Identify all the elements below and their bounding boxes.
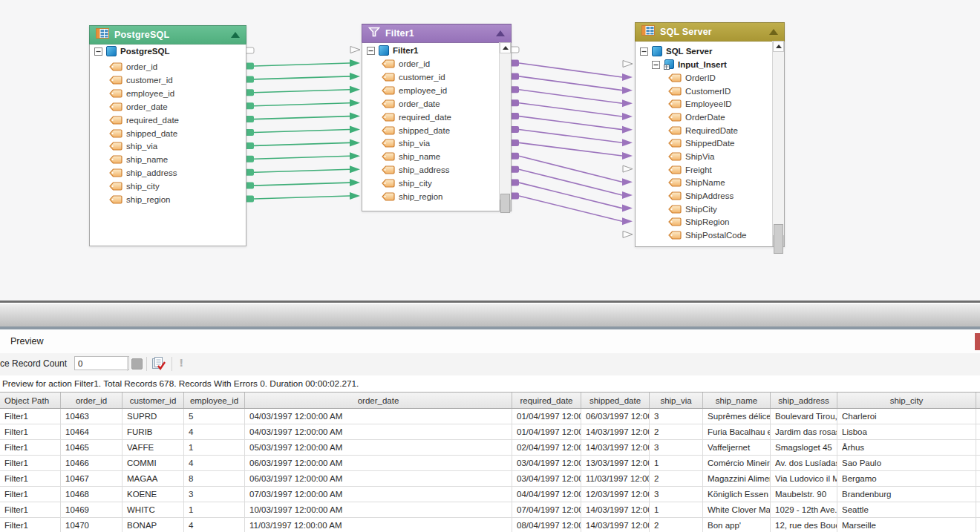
field-employee_id[interactable]: employee_id [382, 84, 447, 97]
port-in-ship_city[interactable] [350, 179, 360, 186]
record-count-input[interactable] [74, 356, 129, 370]
table-row[interactable]: Filter110467MAGAA806/03/1997 12:00:00 AM… [0, 471, 980, 487]
node-scrollbar[interactable] [499, 42, 511, 211]
field-ship_city[interactable]: ship_city [382, 177, 432, 190]
field-ship_name[interactable]: ship_name [109, 153, 168, 166]
stop-icon[interactable] [131, 358, 143, 370]
port-unmapped-ShipPostalCode[interactable] [623, 231, 633, 237]
column-header-ship_address[interactable]: ship_address [771, 393, 837, 408]
scrollbar-thumb[interactable] [774, 224, 783, 254]
collapse-node-icon[interactable] [769, 29, 778, 35]
tree-subroot-input-insert[interactable]: Input_Insert [652, 58, 727, 71]
preview-data-grid[interactable]: Object Pathorder_idcustomer_idemployee_i… [0, 392, 980, 532]
field-ShipCity[interactable]: ShipCity [668, 203, 717, 216]
table-row[interactable]: Filter110469WHITC110/03/1997 12:00:00 AM… [0, 502, 980, 518]
scroll-up-button[interactable] [500, 42, 511, 53]
port-in-employee_id[interactable] [350, 86, 360, 93]
field-order_date[interactable]: order_date [109, 100, 168, 114]
table-row[interactable]: Filter110465VAFFE105/03/1997 12:00:00 AM… [0, 440, 980, 456]
port-in-shipped_date[interactable] [350, 126, 360, 134]
field-ShipRegion[interactable]: ShipRegion [668, 215, 729, 229]
field-employee_id[interactable]: employee_id [109, 87, 174, 100]
port-filter-root-in[interactable] [350, 47, 360, 53]
column-header-employee_id[interactable]: employee_id [184, 393, 245, 408]
port-unmapped-Freight[interactable] [623, 165, 633, 172]
column-header-ship_name[interactable]: ship_name [703, 393, 771, 408]
field-RequiredDate[interactable]: RequiredDate [668, 124, 738, 137]
field-ShipPostalCode[interactable]: ShipPostalCode [668, 229, 746, 242]
node-filter-transformation[interactable]: Filter1Filter1order_idcustomer_idemploye… [362, 24, 512, 211]
column-header-order_date[interactable]: order_date [245, 393, 512, 408]
collapse-box-icon[interactable] [652, 61, 660, 69]
node-header-postgresql-source[interactable]: PostgreSQL [89, 25, 246, 45]
field-required_date[interactable]: required_date [382, 111, 451, 124]
field-required_date[interactable]: required_date [109, 114, 179, 127]
column-header-customer_id[interactable]: customer_id [122, 393, 184, 408]
port-in-order_id[interactable] [350, 59, 360, 67]
field-Freight[interactable]: Freight [668, 163, 712, 177]
field-ship_name[interactable]: ship_name [382, 150, 440, 163]
tree-root-filter-transformation[interactable]: Filter1 [367, 44, 419, 57]
node-header-sqlserver-destination[interactable]: SQL Server [635, 22, 785, 42]
field-ship_via[interactable]: ship_via [109, 139, 157, 153]
port-in-ship_via[interactable] [350, 139, 360, 146]
field-order_id[interactable]: order_id [382, 57, 430, 70]
panel-splitter[interactable] [0, 301, 980, 329]
field-customer_id[interactable]: customer_id [382, 70, 445, 84]
port-in-CustomerID[interactable] [622, 87, 633, 94]
port-in-OrderID[interactable] [622, 73, 633, 81]
collapse-box-icon[interactable] [640, 47, 648, 56]
field-customer_id[interactable]: customer_id [109, 73, 173, 87]
column-header-ship_city[interactable]: ship_city [837, 393, 976, 408]
field-shipped_date[interactable]: shipped_date [382, 124, 450, 137]
port-in-ShipRegion[interactable] [622, 217, 633, 225]
port-in-ShipVia[interactable] [622, 152, 633, 160]
table-row[interactable]: Filter110464FURIB404/03/1997 12:00:00 AM… [0, 424, 980, 440]
field-ship_region[interactable]: ship_region [382, 190, 442, 203]
tree-root-sqlserver-destination[interactable]: SQL Server [640, 45, 712, 58]
field-EmployeeID[interactable]: EmployeeID [668, 97, 732, 111]
collapse-node-icon[interactable] [496, 30, 505, 36]
field-ShipName[interactable]: ShipName [668, 176, 725, 189]
scrollbar-thumb[interactable] [500, 194, 510, 213]
collapse-node-icon[interactable] [231, 32, 240, 38]
field-OrderID[interactable]: OrderID [668, 71, 716, 85]
port-in-customer_id[interactable] [350, 73, 360, 80]
port-in-ship_region[interactable] [350, 192, 360, 200]
table-row[interactable]: Filter110468KOENE307/03/1997 12:00:00 AM… [0, 487, 980, 502]
field-shipped_date[interactable]: shipped_date [109, 127, 177, 140]
column-header-ship_via[interactable]: ship_via [650, 393, 703, 408]
field-ShippedDate[interactable]: ShippedDate [668, 137, 735, 150]
port-input-insert-in[interactable] [623, 61, 633, 68]
port-in-order_date[interactable] [350, 99, 360, 107]
node-header-filter-transformation[interactable]: Filter1 [362, 24, 512, 43]
field-OrderDate[interactable]: OrderDate [668, 111, 725, 124]
port-in-ShipName[interactable] [622, 178, 633, 185]
port-in-ShipAddress[interactable] [622, 191, 633, 199]
scroll-up-button[interactable] [773, 41, 784, 52]
column-header-order_id[interactable]: order_id [61, 393, 122, 408]
field-ship_city[interactable]: ship_city [109, 180, 160, 193]
field-ship_address[interactable]: ship_address [109, 166, 177, 180]
field-order_date[interactable]: order_date [382, 97, 440, 111]
field-CustomerID[interactable]: CustomerID [668, 85, 731, 98]
port-in-OrderDate[interactable] [622, 113, 633, 120]
alert-icon[interactable]: ! [179, 357, 183, 369]
field-ShipVia[interactable]: ShipVia [668, 150, 714, 163]
field-ship_via[interactable]: ship_via [382, 137, 430, 150]
collapse-box-icon[interactable] [367, 47, 375, 55]
field-ship_region[interactable]: ship_region [109, 193, 170, 206]
port-in-EmployeeID[interactable] [622, 99, 633, 107]
node-postgresql-source[interactable]: PostgreSQLPostgreSQLorder_idcustomer_ide… [89, 25, 246, 246]
table-row[interactable]: Filter110463SUPRD504/03/1997 12:00:00 AM… [0, 409, 980, 424]
dataflow-canvas[interactable]: PostgreSQLPostgreSQLorder_idcustomer_ide… [0, 0, 980, 301]
field-ShipAddress[interactable]: ShipAddress [668, 189, 734, 203]
table-row[interactable]: Filter110470BONAP411/03/1997 12:00:00 AM… [0, 518, 980, 532]
tree-root-postgresql-source[interactable]: PostgreSQL [94, 45, 169, 58]
port-in-ShippedDate[interactable] [622, 139, 633, 146]
column-header-object-path[interactable]: Object Path [0, 393, 61, 408]
column-header-required_date[interactable]: required_date [512, 393, 581, 408]
table-row[interactable]: Filter110466COMMI406/03/1997 12:00:00 AM… [0, 456, 980, 471]
column-header-shipped_date[interactable]: shipped_date [581, 393, 650, 408]
node-scrollbar[interactable] [772, 41, 784, 246]
